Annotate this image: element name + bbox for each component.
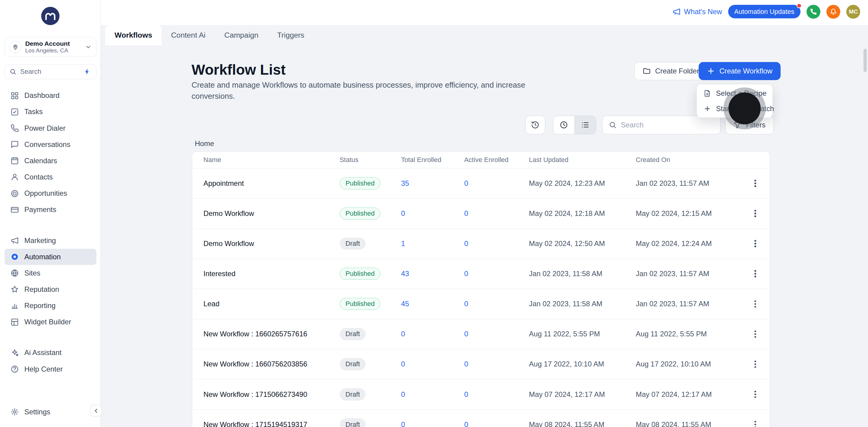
sidebar-item-label: Opportunities [24, 189, 67, 198]
table-row: Appointment Published 35 0 May 02 2024, … [192, 168, 770, 198]
workflow-name-link[interactable]: New Workflow : 1715194519317 [204, 420, 340, 427]
row-actions-button[interactable] [747, 236, 763, 251]
tab-content-ai[interactable]: Content Ai [161, 25, 215, 45]
sidebar-item-marketing[interactable]: Marketing [4, 232, 96, 249]
active-enrolled-link[interactable]: 0 [464, 209, 529, 218]
total-enrolled-link[interactable]: 0 [401, 209, 464, 218]
active-enrolled-link[interactable]: 0 [464, 300, 529, 308]
menu-item-start-from-scratch[interactable]: Start from Scratch [697, 101, 772, 116]
sparkle-icon [10, 349, 19, 357]
sidebar-search-input[interactable] [20, 68, 80, 75]
filter-icon [733, 121, 742, 129]
active-enrolled-link[interactable]: 0 [464, 360, 529, 368]
sidebar-item-contacts[interactable]: Contacts [4, 169, 96, 185]
sidebar-item-widget-builder[interactable]: Widget Builder [4, 314, 96, 330]
automation-updates-badge[interactable]: Automation Updates [728, 5, 801, 18]
tab-workflows[interactable]: Workflows [105, 25, 161, 45]
total-enrolled-link[interactable]: 0 [401, 420, 464, 427]
create-workflow-button[interactable]: Create Workflow [699, 62, 781, 80]
filters-button[interactable]: Filters [725, 116, 774, 134]
sidebar-item-reporting[interactable]: Reporting [4, 297, 96, 314]
active-enrolled-link[interactable]: 0 [464, 269, 529, 278]
kebab-icon [754, 394, 756, 395]
help-icon [10, 365, 19, 373]
target-icon [10, 189, 19, 198]
sidebar-item-label: Widget Builder [24, 318, 71, 326]
sidebar-item-settings[interactable]: Settings [4, 404, 96, 420]
sidebar-item-label: Sites [24, 269, 40, 277]
sidebar-item-automation[interactable]: Automation [4, 249, 96, 265]
account-switcher[interactable]: Demo Account Los Angeles, CA [4, 37, 96, 57]
create-folder-button[interactable]: Create Folder [634, 62, 707, 80]
active-enrolled-link[interactable]: 0 [464, 239, 529, 248]
create-workflow-label: Create Workflow [719, 67, 772, 75]
menu-item-label: Start from Scratch [716, 104, 774, 113]
active-enrolled-link[interactable]: 0 [464, 420, 529, 427]
workflow-name-link[interactable]: Demo Workflow [204, 209, 340, 218]
row-actions-button[interactable] [747, 326, 763, 342]
row-actions-button[interactable] [747, 175, 763, 191]
scrollbar-thumb[interactable] [864, 49, 867, 72]
total-enrolled-link[interactable]: 0 [401, 360, 464, 368]
active-enrolled-link[interactable]: 0 [464, 390, 529, 399]
notifications-button[interactable] [827, 5, 840, 19]
page-title: Workflow List [192, 61, 286, 78]
workflow-name-link[interactable]: Interested [204, 269, 340, 278]
workflow-name-link[interactable]: Appointment [204, 179, 340, 188]
view-toggle-group [553, 116, 596, 134]
sidebar-item-label: Calendars [24, 157, 57, 165]
sidebar-item-reputation[interactable]: Reputation [4, 281, 96, 297]
sidebar-item-power-dialer[interactable]: Power Dialer [4, 120, 96, 136]
sidebar-item-tasks[interactable]: Tasks [4, 104, 96, 120]
history-view-button[interactable] [525, 116, 545, 134]
row-actions-button[interactable] [747, 387, 763, 402]
sidebar-item-label: Power Dialer [24, 124, 66, 132]
column-header-status: Status [340, 156, 401, 164]
row-actions-button[interactable] [747, 357, 763, 372]
total-enrolled-link[interactable]: 1 [401, 239, 464, 248]
tab-triggers[interactable]: Triggers [268, 25, 313, 45]
workflow-name-link[interactable]: Lead [204, 300, 340, 308]
total-enrolled-link[interactable]: 35 [401, 179, 464, 188]
sidebar-item-calendars[interactable]: Calendars [4, 153, 96, 169]
tab-campaign[interactable]: Campaign [215, 25, 268, 45]
sidebar-item-dashboard[interactable]: Dashboard [4, 87, 96, 104]
status-badge: Published [340, 298, 380, 310]
workflow-name-link[interactable]: New Workflow : 1715066273490 [204, 390, 340, 399]
workflow-name-link[interactable]: Demo Workflow [204, 239, 340, 248]
whatsapp-button[interactable] [807, 5, 820, 19]
sidebar-collapse-button[interactable] [90, 405, 102, 417]
workflow-name-link[interactable]: New Workflow : 1660756203856 [204, 360, 340, 368]
user-avatar[interactable]: MC [846, 5, 860, 19]
active-enrolled-link[interactable]: 0 [464, 330, 529, 338]
total-enrolled-link[interactable]: 0 [401, 390, 464, 399]
workflow-name-link[interactable]: New Workflow : 1660265757616 [204, 330, 340, 338]
ai-lightning-icon[interactable] [84, 68, 91, 75]
list-view-button[interactable] [575, 116, 596, 134]
menu-item-select-recipe[interactable]: Select a Recipe [697, 86, 772, 101]
row-actions-button[interactable] [747, 266, 763, 281]
sidebar-item-payments[interactable]: Payments [4, 201, 96, 218]
total-enrolled-link[interactable]: 0 [401, 330, 464, 338]
column-header-last-updated: Last Updated [529, 156, 636, 164]
workflow-search-input[interactable] [621, 121, 714, 129]
row-actions-button[interactable] [747, 206, 763, 221]
active-enrolled-link[interactable]: 0 [464, 179, 529, 188]
whats-new-link[interactable]: What's New [673, 7, 722, 16]
sidebar-item-ai-assistant[interactable]: Ai Assistant [4, 344, 96, 361]
calendar-icon [10, 157, 19, 165]
breadcrumb[interactable]: Home [195, 139, 214, 148]
status-badge: Draft [340, 358, 366, 370]
kebab-icon [754, 273, 756, 275]
total-enrolled-link[interactable]: 45 [401, 300, 464, 308]
sidebar-item-opportunities[interactable]: Opportunities [4, 185, 96, 201]
clock-view-button[interactable] [553, 116, 575, 134]
row-actions-button[interactable] [747, 296, 763, 312]
total-enrolled-link[interactable]: 43 [401, 269, 464, 278]
menu-item-label: Select a Recipe [716, 89, 767, 98]
row-actions-button[interactable] [747, 417, 763, 427]
app-window: What's New Automation Updates MC [0, 0, 868, 427]
sidebar-item-sites[interactable]: Sites [4, 265, 96, 281]
sidebar-item-help-center[interactable]: Help Center [4, 361, 96, 377]
sidebar-item-conversations[interactable]: Conversations [4, 136, 96, 153]
